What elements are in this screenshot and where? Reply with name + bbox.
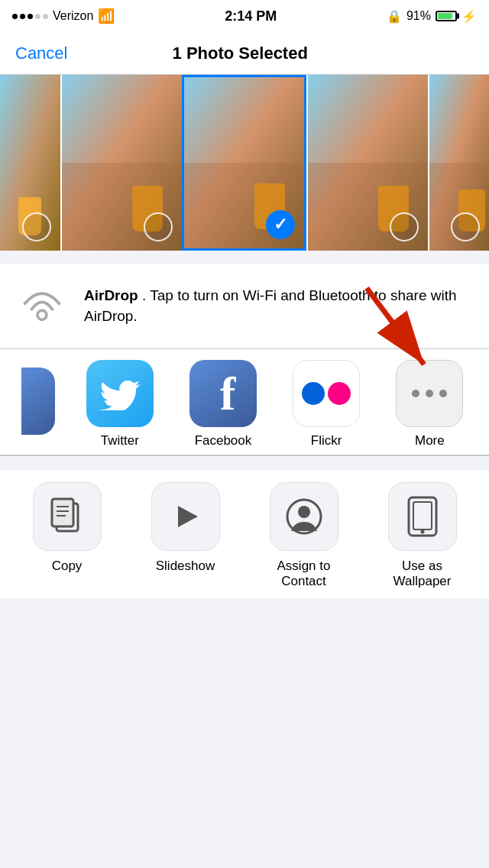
signal-dot-5 (43, 14, 48, 19)
action-item-wallpaper[interactable]: Use asWallpaper (373, 482, 472, 589)
status-bar: Verizon 📶 2:14 PM 🔒 91% ⚡ (0, 0, 489, 32)
slideshow-action-label: Slideshow (156, 559, 215, 574)
charging-icon: ⚡ (461, 9, 477, 24)
selection-circle-1[interactable] (22, 212, 51, 241)
share-app-item-twitter[interactable]: Twitter (82, 360, 158, 449)
signal-dot-2 (20, 14, 25, 19)
more-dot-3 (439, 390, 447, 397)
share-app-item-partial[interactable] (21, 368, 55, 441)
svg-point-13 (420, 530, 424, 534)
more-dots (412, 390, 447, 397)
twitter-app-label: Twitter (101, 433, 139, 449)
action-item-slideshow[interactable]: Slideshow (136, 482, 235, 589)
cancel-button[interactable]: Cancel (15, 44, 67, 63)
selection-circle-5[interactable] (451, 212, 480, 241)
selection-circle-4[interactable] (390, 212, 419, 241)
signal-dot-4 (35, 14, 40, 19)
assign-contact-action-label: Assign toContact (277, 559, 331, 589)
more-dot-1 (412, 390, 419, 397)
nav-title: 1 Photo Selected (173, 44, 308, 63)
airdrop-text: AirDrop . Tap to turn on Wi-Fi and Bluet… (84, 286, 474, 326)
airdrop-description: . Tap to turn on Wi-Fi and Bluetooth to … (84, 287, 457, 324)
more-dot-2 (426, 390, 433, 397)
assign-contact-icon-circle[interactable] (270, 482, 338, 551)
share-app-item-flickr[interactable]: Flickr (288, 360, 364, 449)
selection-circle-3[interactable]: ✓ (266, 210, 295, 239)
assign-contact-icon (285, 497, 323, 536)
action-item-copy[interactable]: Copy (18, 482, 117, 589)
flickr-blue-dot (302, 382, 325, 405)
battery-icon (436, 11, 457, 21)
signal-dot-1 (12, 14, 18, 19)
facebook-app-icon[interactable]: f (189, 360, 257, 427)
facebook-app-label: Facebook (195, 433, 252, 449)
wallpaper-action-label: Use asWallpaper (393, 559, 452, 589)
copy-action-label: Copy (52, 559, 83, 574)
signal-dots (12, 14, 48, 19)
battery-fill (438, 13, 452, 19)
photo-thumb-2[interactable] (60, 75, 182, 251)
nav-bar: Cancel 1 Photo Selected (0, 32, 489, 75)
airdrop-icon (19, 283, 65, 329)
battery-percent: 91% (406, 9, 431, 23)
copy-icon (49, 496, 86, 538)
facebook-f-letter: f (211, 370, 236, 417)
flickr-pink-dot (328, 382, 351, 405)
photo-thumb-5[interactable] (428, 75, 490, 251)
airdrop-title: AirDrop (84, 287, 138, 303)
wallpaper-icon-circle[interactable] (388, 482, 457, 551)
twitter-bird-icon (99, 377, 141, 410)
svg-point-10 (298, 506, 310, 518)
share-apps-row: Twitter f Facebook Flickr (0, 349, 489, 455)
checkmark-icon: ✓ (274, 216, 287, 233)
more-app-icon[interactable] (396, 360, 463, 427)
svg-rect-12 (413, 502, 432, 530)
action-item-assign-contact[interactable]: Assign toContact (254, 482, 354, 589)
slideshow-icon (169, 500, 202, 533)
flickr-dots (302, 382, 351, 405)
status-right: 🔒 91% ⚡ (387, 9, 477, 24)
selection-circle-2[interactable] (144, 212, 173, 241)
airdrop-section[interactable]: AirDrop . Tap to turn on Wi-Fi and Bluet… (0, 264, 489, 349)
copy-icon-circle[interactable] (33, 482, 102, 551)
status-time: 2:14 PM (225, 8, 277, 24)
wallpaper-icon (407, 496, 438, 537)
carrier-label: Verizon (53, 9, 93, 23)
section-gap-1 (0, 251, 489, 264)
status-left: Verizon 📶 (12, 8, 115, 24)
action-row: Copy Slideshow Assign toContact (0, 470, 489, 598)
slideshow-icon-circle[interactable] (151, 482, 220, 551)
photo-strip: ✓ (0, 75, 489, 251)
photo-thumb-4[interactable] (306, 75, 428, 251)
svg-marker-8 (178, 506, 198, 527)
wifi-icon: 📶 (98, 8, 115, 24)
svg-rect-4 (52, 499, 73, 526)
svg-point-0 (37, 310, 47, 319)
photo-thumb-1[interactable] (0, 75, 60, 251)
partial-app-icon[interactable] (21, 368, 55, 435)
signal-dot-3 (28, 14, 33, 19)
airdrop-icon-wrap (15, 280, 69, 333)
flickr-app-icon[interactable] (293, 360, 360, 427)
section-gap-2 (0, 456, 489, 470)
share-app-item-more[interactable]: More (391, 360, 468, 449)
photo-thumb-3[interactable]: ✓ (182, 75, 306, 251)
twitter-app-icon[interactable] (86, 360, 154, 427)
share-app-item-facebook[interactable]: f Facebook (185, 360, 261, 449)
share-section: Twitter f Facebook Flickr (0, 349, 489, 456)
flickr-app-label: Flickr (311, 433, 342, 449)
lock-icon: 🔒 (387, 9, 402, 24)
more-app-label: More (415, 433, 445, 449)
